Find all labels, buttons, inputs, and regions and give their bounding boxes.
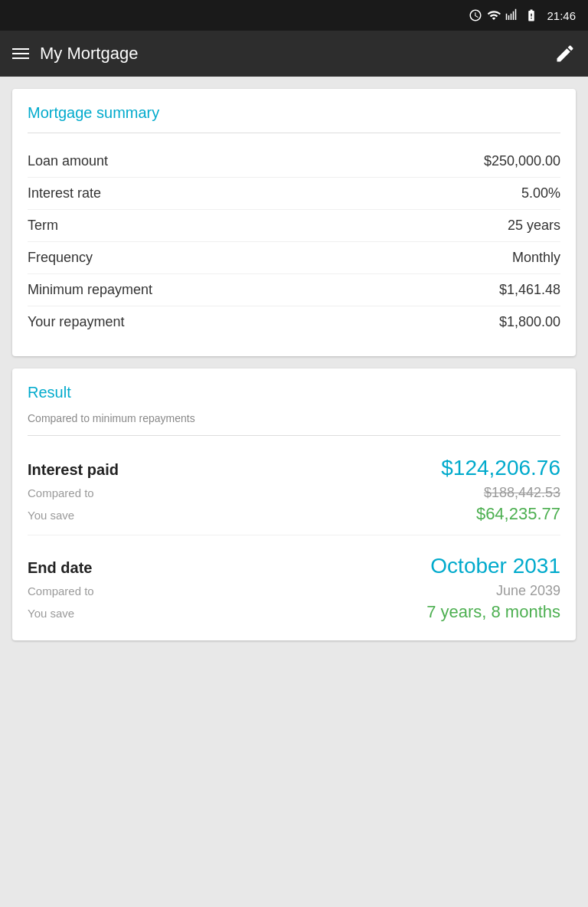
table-row: Minimum repayment $1,461.48 [28,274,560,306]
end-date-compare-row: Compared to June 2039 [28,581,560,601]
end-date-save-row: You save 7 years, 8 months [28,601,560,622]
interest-rate-value: 5.00% [521,185,560,201]
end-date-compare-label: Compared to [28,584,94,598]
min-repayment-value: $1,461.48 [499,282,560,298]
result-divider [28,435,560,436]
result-card: Result Compared to minimum repayments In… [12,368,576,640]
your-repayment-value: $1,800.00 [499,314,560,330]
interest-compare-label: Compared to [28,486,94,499]
end-date-value: October 2031 [430,554,560,578]
interest-paid-value: $124,206.76 [441,456,560,480]
interest-save-value: $64,235.77 [476,504,560,524]
alarm-icon [469,8,482,22]
mortgage-summary-title: Mortgage summary [28,104,560,122]
table-row: Frequency Monthly [28,242,560,274]
end-date-label: End date [28,559,92,577]
result-title: Result [28,384,560,401]
interest-compare-row: Compared to $188,442.53 [28,483,560,503]
result-subtitle: Compared to minimum repayments [28,412,560,424]
term-value: 25 years [508,218,560,234]
signal-icon [505,8,519,22]
edit-icon[interactable] [554,43,576,64]
interest-save-row: You save $64,235.77 [28,503,560,535]
loan-amount-value: $250,000.00 [484,153,560,169]
interest-paid-row: Interest paid $124,206.76 [28,448,560,483]
summary-divider [28,133,560,133]
frequency-value: Monthly [512,250,560,266]
status-time: 21:46 [547,9,576,22]
app-bar: My Mortgage [0,31,588,77]
your-repayment-label: Your repayment [28,314,124,330]
status-icons: 21:46 [469,8,576,22]
min-repayment-label: Minimum repayment [28,282,152,298]
status-bar: 21:46 [0,0,588,31]
table-row: Term 25 years [28,210,560,242]
table-row: Your repayment $1,800.00 [28,306,560,338]
content: Mortgage summary Loan amount $250,000.00… [0,77,588,653]
end-date-row: End date October 2031 [28,546,560,581]
interest-save-label: You save [28,509,74,522]
table-row: Loan amount $250,000.00 [28,146,560,178]
term-label: Term [28,218,58,234]
mortgage-summary-card: Mortgage summary Loan amount $250,000.00… [12,89,576,356]
interest-paid-label: Interest paid [28,461,119,479]
end-date-compare-value: June 2039 [496,583,560,599]
hamburger-menu-icon[interactable] [12,48,29,59]
app-bar-left: My Mortgage [12,44,138,64]
table-row: Interest rate 5.00% [28,178,560,210]
interest-rate-label: Interest rate [28,185,101,201]
wifi-icon [487,8,501,22]
end-date-save-value: 7 years, 8 months [426,602,560,622]
battery-icon [524,8,539,22]
end-date-save-label: You save [28,607,74,620]
frequency-label: Frequency [28,250,93,266]
interest-compare-value: $188,442.53 [484,485,560,501]
end-date-section: End date October 2031 Compared to June 2… [28,546,560,622]
loan-amount-label: Loan amount [28,153,108,169]
app-title: My Mortgage [40,44,138,64]
